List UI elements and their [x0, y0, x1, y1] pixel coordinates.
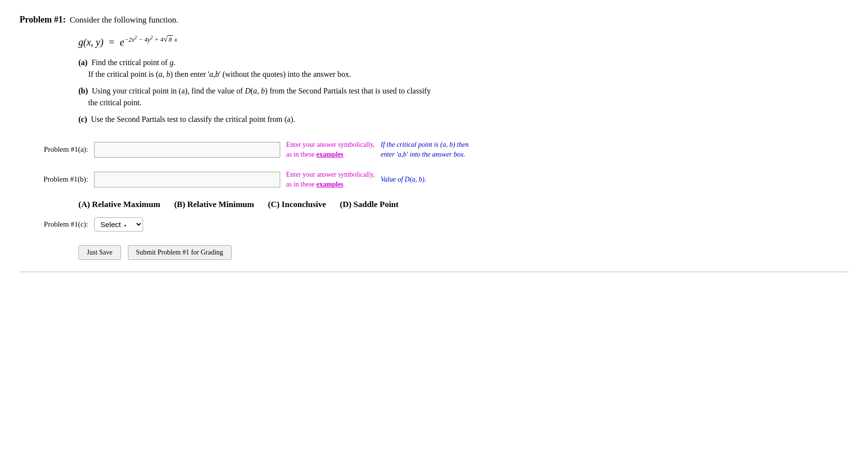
formula-display: g(x, y) = e−2x2 − 4y2 + 4√8 x — [78, 35, 177, 48]
answer-row-1a-label: Problem #1(a): — [20, 145, 88, 154]
options-row: (A) Relative Maximum (B) Relative Minimu… — [78, 200, 848, 209]
formula-block: g(x, y) = e−2x2 − 4y2 + 4√8 x — [78, 35, 848, 48]
answer-input-1b[interactable] — [94, 172, 280, 187]
option-a: (A) Relative Maximum — [78, 200, 160, 209]
answer-row-1b: Problem #1(b): Enter your answer symboli… — [20, 170, 848, 189]
examples-link-1b[interactable]: examples — [316, 181, 343, 188]
select-row-label: Problem #1(c): — [20, 220, 88, 229]
answer-row-1b-label: Problem #1(b): — [20, 175, 88, 184]
part-b-label: (b) — [78, 87, 88, 95]
part-c-label: (c) — [78, 115, 87, 123]
answer-rows: Problem #1(a): Enter your answer symboli… — [20, 140, 848, 189]
answer-input-1a[interactable] — [94, 142, 280, 158]
part-a-label: (a) — [78, 58, 88, 67]
problem-intro: Consider the following function. — [70, 15, 178, 25]
submit-button[interactable]: Submit Problem #1 for Grading — [128, 245, 232, 260]
answer-row-1a: Problem #1(a): Enter your answer symboli… — [20, 140, 848, 159]
hint-text-1b: Enter your answer symbolically,as in the… — [286, 170, 375, 189]
classification-select[interactable]: Select ⬩ A B C D — [94, 217, 143, 232]
problem-header: Problem #1: Consider the following funct… — [20, 15, 848, 25]
select-row: Problem #1(c): Select ⬩ A B C D — [20, 217, 848, 232]
save-button[interactable]: Just Save — [78, 245, 121, 260]
part-a: (a) Find the critical point of g. If the… — [78, 57, 848, 80]
option-b: (B) Relative Minimum — [174, 200, 254, 209]
option-d: (D) Saddle Point — [340, 200, 399, 209]
hint-text-1a: Enter your answer symbolically,as in the… — [286, 140, 375, 159]
buttons-row: Just Save Submit Problem #1 for Grading — [78, 245, 848, 260]
side-note-1b: Value of D(a, b). — [381, 175, 426, 185]
examples-link-1a[interactable]: examples — [316, 151, 343, 158]
part-b: (b) Using your critical point in (a), fi… — [78, 85, 848, 109]
parts-block: (a) Find the critical point of g. If the… — [78, 57, 848, 125]
side-note-1a: If the critical point is (a, b) thenente… — [381, 140, 469, 159]
option-c: (C) Inconclusive — [268, 200, 326, 209]
bottom-divider — [20, 272, 848, 272]
part-c: (c) Use the Second Partials test to clas… — [78, 114, 848, 125]
problem-number: Problem #1: — [20, 15, 66, 25]
